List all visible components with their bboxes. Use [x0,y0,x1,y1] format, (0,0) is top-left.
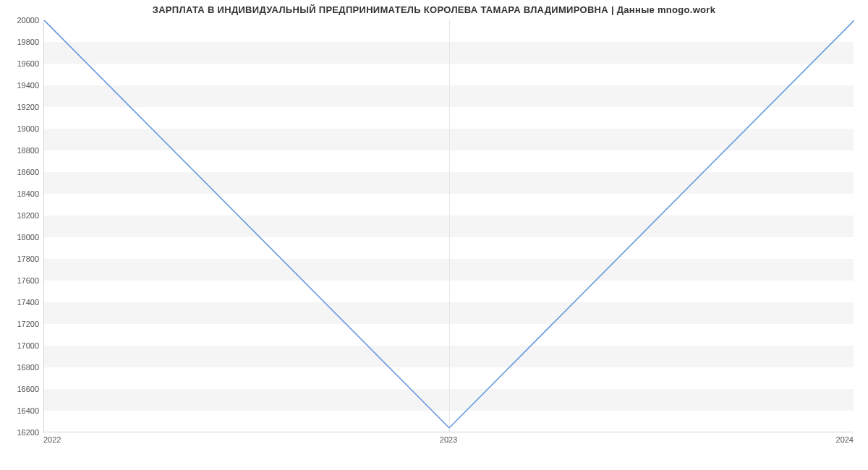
x-tick-label: 2023 [440,435,457,444]
x-tick-label: 2024 [836,435,854,444]
y-tick-label: 18600 [3,168,39,176]
x-tick-label: 2022 [43,435,61,444]
y-tick-label: 19600 [3,59,39,68]
y-tick-label: 18400 [3,189,39,198]
y-tick-label: 16400 [3,406,39,415]
y-tick-label: 20000 [3,16,39,25]
y-tick-label: 17400 [3,298,39,307]
y-tick-label: 19200 [3,103,39,111]
plot-area [43,20,854,432]
y-tick-label: 19400 [3,81,39,90]
y-tick-label: 17600 [3,276,39,285]
y-tick-label: 16200 [3,428,39,437]
y-tick-label: 17800 [3,255,39,263]
chart-title: ЗАРПЛАТА В ИНДИВИДУАЛЬНЫЙ ПРЕДПРИНИМАТЕЛ… [0,4,868,15]
series-line [44,20,854,428]
chart-container: ЗАРПЛАТА В ИНДИВИДУАЛЬНЫЙ ПРЕДПРИНИМАТЕЛ… [0,0,868,470]
y-tick-label: 19800 [3,38,39,46]
y-tick-label: 17000 [3,341,39,350]
y-tick-label: 18200 [3,211,39,220]
y-tick-label: 16800 [3,363,39,372]
y-tick-label: 17200 [3,320,39,328]
y-tick-label: 16600 [3,385,39,393]
y-tick-label: 18000 [3,233,39,242]
y-tick-label: 18800 [3,146,39,155]
y-tick-label: 19000 [3,124,39,133]
line-series [44,20,854,432]
